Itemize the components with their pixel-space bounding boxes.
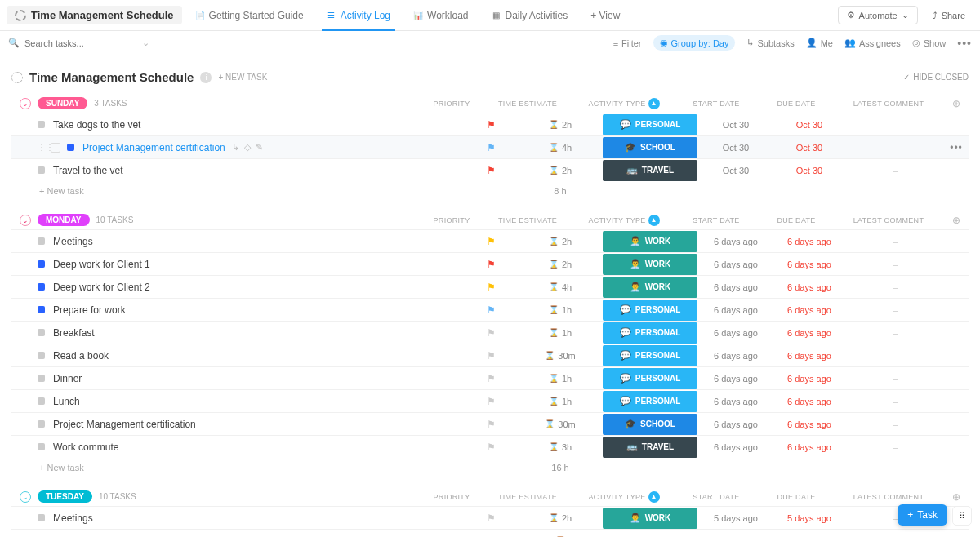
task-row[interactable]: Prepare for work ⚑ ⌛1h 💬PERSONAL 6 days … [11,298,969,321]
estimate-cell[interactable]: ⌛3h [519,442,601,452]
estimate-cell[interactable]: ⌛30m [519,351,601,361]
activity-cell[interactable]: 🚌TRAVEL [601,437,699,458]
activity-badge[interactable]: 💬PERSONAL [603,114,697,135]
col-due[interactable]: DUE DATE [760,216,833,224]
tab-daily-activities[interactable]: ▦ Daily Activities [482,0,578,31]
estimate-cell[interactable]: ⌛1h [519,374,601,384]
col-comment[interactable]: LATEST COMMENT [840,216,938,224]
task-row[interactable]: Project Management certification ⚑ ⌛30m … [11,412,969,435]
new-task-top[interactable]: + NEW TASK [218,73,267,82]
task-row[interactable]: Meetings ⚑ ⌛2h 👨‍💼WORK 5 days ago 5 days… [11,506,969,529]
start-date-cell[interactable]: 6 days ago [699,351,773,361]
col-due[interactable]: DUE DATE [760,493,833,501]
task-name[interactable]: Travel to the vet [53,165,462,176]
col-estimate[interactable]: TIME ESTIMATE [487,100,568,108]
activity-badge[interactable]: 👨‍💼WORK [603,254,697,275]
status-square[interactable] [38,397,45,405]
me-button[interactable]: 👤Me [806,38,833,48]
activity-cell[interactable]: 💬PERSONAL [601,345,699,366]
task-row[interactable]: Work commute ⚑ ⌛3h 🚌TRAVEL 6 days ago 6 … [11,435,969,458]
activity-cell[interactable]: 👨‍💼WORK [601,254,699,275]
start-date-cell[interactable]: 6 days ago [699,260,773,269]
estimate-cell[interactable]: ⌛2h [519,166,601,175]
start-date-cell[interactable]: 6 days ago [699,374,773,384]
due-date-cell[interactable]: 6 days ago [773,419,846,429]
comment-cell[interactable]: – [846,351,944,361]
comment-cell[interactable]: – [846,143,944,153]
status-square[interactable] [38,121,45,128]
task-name[interactable]: Deep work for Client 1 [53,259,462,270]
activity-badge[interactable]: 👨‍💼WORK [603,508,697,529]
subtask-icon[interactable]: ↳ [232,142,239,153]
col-priority[interactable]: PRIORITY [423,100,480,108]
task-name[interactable]: Project Management certification↳◇✎ [82,142,462,153]
activity-cell[interactable]: 💬PERSONAL [601,322,699,344]
group-by-button[interactable]: ◉Group by: Day [653,35,736,51]
automate-button[interactable]: ⚙ Automate ⌄ [838,6,918,24]
status-square[interactable] [38,352,45,359]
tag-icon[interactable]: ◇ [244,142,251,153]
status-square[interactable] [38,260,45,268]
task-name[interactable]: Take dogs to the vet [53,119,462,131]
estimate-cell[interactable]: ⌛1h [519,305,601,315]
status-square[interactable] [38,283,45,291]
tab-getting-started[interactable]: 📄 Getting Started Guide [185,0,314,31]
col-priority[interactable]: PRIORITY [423,493,480,501]
task-row[interactable]: Lunch ⚑ ⌛1h 💬PERSONAL 6 days ago 6 days … [11,389,969,412]
estimate-cell[interactable]: ⌛1h [519,328,601,338]
task-row[interactable]: Deep work for Client 1 ⚑ ⌛2h 👨‍💼WORK 6 d… [11,252,969,275]
day-pill[interactable]: MONDAY [38,214,90,226]
activity-badge[interactable]: 💬PERSONAL [603,322,697,344]
start-date-cell[interactable]: 6 days ago [699,305,773,315]
col-comment[interactable]: LATEST COMMENT [840,100,938,108]
activity-badge[interactable]: 🚌TRAVEL [603,160,697,181]
col-estimate[interactable]: TIME ESTIMATE [487,493,568,501]
activity-cell[interactable]: 🚌TRAVEL [601,160,699,181]
activity-cell[interactable]: 💬PERSONAL [601,368,699,389]
activity-badge[interactable]: 💬PERSONAL [603,300,697,321]
task-name[interactable]: Dinner [53,373,462,384]
collapse-icon[interactable]: ⌄ [20,491,31,503]
start-date-cell[interactable]: 6 days ago [699,419,773,429]
task-name[interactable]: Read a book [53,350,462,362]
status-square[interactable] [38,166,45,174]
priority-cell[interactable]: ⚑ [462,304,519,316]
comment-cell[interactable]: – [846,166,944,175]
edit-icon[interactable]: ✎ [256,142,263,153]
status-square[interactable] [38,420,45,428]
filter-button[interactable]: ≡Filter [613,38,642,48]
add-column[interactable]: ⊕ [944,491,969,503]
workspace-name[interactable]: Time Management Schedule [7,6,182,24]
status-square[interactable] [38,514,45,521]
add-view[interactable]: + View [581,0,630,31]
activity-cell[interactable]: 👨‍💼WORK [601,508,699,529]
task-name[interactable]: Meetings [53,236,462,247]
col-activity[interactable]: ACTIVITY TYPE▲ [575,215,673,226]
task-name[interactable]: Lunch [53,396,462,407]
due-date-cell[interactable]: 6 days ago [773,442,846,452]
col-activity[interactable]: ACTIVITY TYPE▲ [575,98,673,109]
activity-badge[interactable]: 👨‍💼WORK [603,277,697,298]
priority-cell[interactable]: ⚑ [462,282,519,293]
activity-cell[interactable]: 👨‍💼WORK [601,277,699,298]
estimate-cell[interactable]: ⌛1h [519,397,601,406]
due-date-cell[interactable]: Oct 30 [773,166,846,175]
col-activity[interactable]: ACTIVITY TYPE▲ [575,491,673,503]
due-date-cell[interactable]: 6 days ago [773,397,846,406]
checkbox[interactable] [51,143,60,153]
due-date-cell[interactable]: 5 days ago [773,513,846,523]
start-date-cell[interactable]: Oct 30 [699,166,773,175]
activity-cell[interactable]: 💬PERSONAL [601,391,699,412]
activity-badge[interactable]: 🎓SCHOOL [603,137,697,158]
start-date-cell[interactable]: 6 days ago [699,282,773,292]
new-task-link[interactable]: + New task [39,186,84,196]
due-date-cell[interactable]: 6 days ago [773,351,846,361]
status-square[interactable] [38,375,45,382]
activity-badge[interactable]: 💬PERSONAL [603,368,697,389]
priority-cell[interactable]: ⚑ [462,142,519,153]
priority-cell[interactable]: ⚑ [462,259,519,270]
due-date-cell[interactable]: 6 days ago [773,328,846,338]
comment-cell[interactable]: – [846,374,944,384]
share-button[interactable]: ⤴ Share [924,7,973,24]
status-square[interactable] [38,443,45,450]
